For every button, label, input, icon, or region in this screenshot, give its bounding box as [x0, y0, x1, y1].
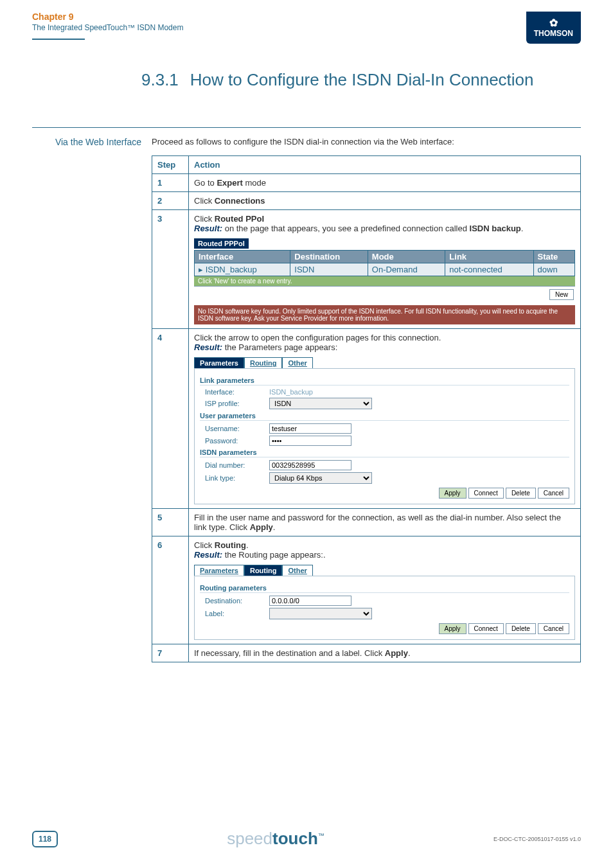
interface-value: ISDN_backup	[269, 388, 313, 396]
step-action: Click the arrow to open the configuratio…	[189, 328, 581, 508]
user-params-header: User parameters	[200, 412, 569, 421]
section-side-label: Via the Web Interface	[32, 127, 152, 662]
username-input[interactable]	[269, 423, 351, 434]
step-action: Click Routed PPoI Result: on the page th…	[189, 209, 581, 328]
tab-parameters[interactable]: Parameters	[194, 357, 244, 368]
tab-other[interactable]: Other	[282, 565, 312, 576]
params-tabs: Parameters Routing Other	[194, 357, 575, 368]
password-label: Password:	[200, 437, 269, 445]
new-button[interactable]: New	[549, 289, 574, 300]
brand-flower-icon: ✿	[534, 17, 573, 29]
connect-button[interactable]: Connect	[468, 623, 504, 634]
col-link: Link	[445, 250, 533, 263]
tab-parameters[interactable]: Parameters	[194, 565, 244, 576]
routing-params-header: Routing parameters	[200, 584, 569, 593]
isp-profile-label: ISP profile:	[200, 400, 269, 407]
col-destination: Destination	[290, 250, 368, 263]
col-mode: Mode	[368, 250, 445, 263]
page-title: 9.3.1How to Configure the ISDN Dial-In C…	[141, 70, 534, 90]
cancel-button[interactable]: Cancel	[538, 623, 569, 634]
link-type-select[interactable]: Dialup 64 Kbps	[269, 472, 372, 484]
parameters-panel: Link parameters Interface:ISDN_backup IS…	[194, 368, 575, 504]
label-label: Label:	[200, 610, 269, 617]
routing-tabs: Parameters Routing Other	[194, 565, 575, 576]
interface-label: Interface:	[200, 388, 269, 396]
brand-badge: ✿ THOMSON	[526, 12, 581, 44]
step-number: 6	[152, 536, 189, 644]
new-entry-hint: Click 'New' to create a new entry.	[194, 276, 575, 286]
delete-button[interactable]: Delete	[506, 623, 536, 634]
step-number: 1	[152, 173, 189, 191]
username-label: Username:	[200, 425, 269, 432]
page-number: 118	[32, 831, 58, 847]
connection-row[interactable]: ▸ ISDN_backup ISDN On-Demand not-connect…	[195, 263, 575, 276]
link-type-label: Link type:	[200, 474, 269, 482]
col-step: Step	[152, 155, 189, 173]
step-number: 7	[152, 644, 189, 662]
routing-panel: Routing parameters Destination: Label: A…	[194, 576, 575, 640]
isdn-warning: No ISDN software key found. Only limited…	[194, 305, 575, 324]
isdn-params-header: ISDN parameters	[200, 448, 569, 457]
step-action: If necessary, fill in the destination an…	[189, 644, 581, 662]
tab-other[interactable]: Other	[282, 357, 312, 368]
connections-list: Interface Destination Mode Link State ▸ …	[194, 250, 575, 276]
chapter-label: Chapter 9	[32, 12, 183, 22]
step-action: Click Routing. Result: the Routing page …	[189, 536, 581, 644]
step-number: 3	[152, 209, 189, 328]
label-select[interactable]	[269, 608, 372, 619]
step-action: Click Connections	[189, 191, 581, 209]
password-input[interactable]	[269, 436, 351, 446]
step-action: Fill in the user name and password for t…	[189, 508, 581, 536]
destination-input[interactable]	[269, 596, 351, 606]
step-action: Go to Expert mode	[189, 173, 581, 191]
isp-profile-select[interactable]: ISDN	[269, 398, 372, 409]
routed-pppoi-panel: Routed PPPoI Interface Destination Mode …	[194, 238, 575, 324]
panel-title: Routed PPPoI	[194, 238, 249, 249]
speedtouch-logo: speedtouch™	[227, 829, 324, 849]
tab-routing[interactable]: Routing	[244, 565, 283, 576]
apply-button[interactable]: Apply	[439, 488, 466, 499]
step-number: 5	[152, 508, 189, 536]
link-params-header: Link parameters	[200, 376, 569, 385]
brand-name: THOMSON	[534, 29, 573, 38]
destination-label: Destination:	[200, 597, 269, 605]
col-action: Action	[189, 155, 581, 173]
col-state: State	[533, 250, 574, 263]
document-reference: E-DOC-CTC-20051017-0155 v1.0	[493, 836, 581, 842]
delete-button[interactable]: Delete	[506, 488, 536, 499]
apply-button[interactable]: Apply	[439, 623, 466, 634]
step-number: 4	[152, 328, 189, 508]
dial-number-input[interactable]	[269, 460, 351, 470]
steps-table: Step Action 1 Go to Expert mode 2 Click …	[152, 155, 581, 662]
cancel-button[interactable]: Cancel	[538, 488, 569, 499]
step-number: 2	[152, 191, 189, 209]
tab-routing[interactable]: Routing	[244, 357, 283, 368]
chapter-subtitle: The Integrated SpeedTouch™ ISDN Modem	[32, 23, 183, 32]
dial-number-label: Dial number:	[200, 461, 269, 469]
header-rule	[32, 39, 85, 40]
connect-button[interactable]: Connect	[468, 488, 504, 499]
col-interface: Interface	[195, 250, 290, 263]
intro-text: Proceed as follows to configure the ISDN…	[152, 137, 581, 146]
